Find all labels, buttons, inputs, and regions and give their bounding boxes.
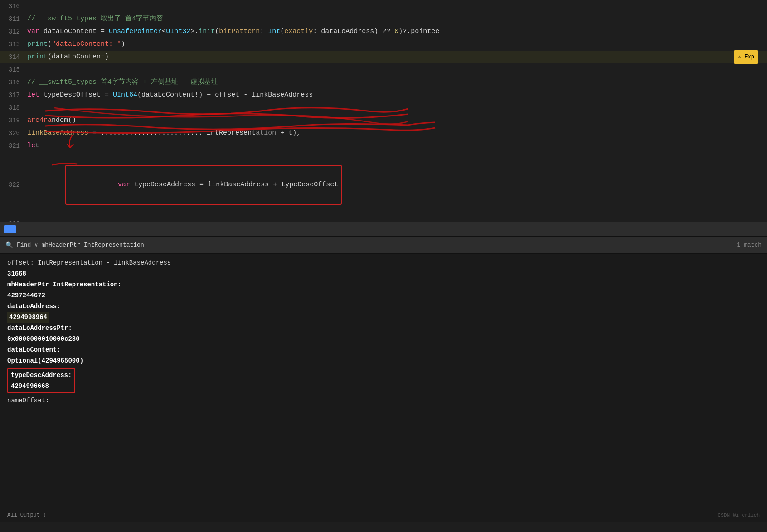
app-container: 310 311 // __swift5_types 取出了 首4字节内容 312…	[0, 0, 767, 532]
find-input[interactable]: mhHeaderPtr_IntRepresentation	[41, 242, 733, 248]
console-line-offset: offset: IntRepresentation - linkBaseAddr…	[7, 257, 760, 268]
console-line-dataloaddress-label: dataLoAddress:	[7, 301, 760, 312]
code-line-317: 317 let typeDescOffset = UInt64(dataLoCo…	[0, 89, 767, 102]
tab-icon[interactable]	[4, 225, 16, 233]
console-line-mhheader-value: 4297244672	[7, 290, 760, 301]
console-line-offset-value: 31668	[7, 268, 760, 279]
find-label: Find	[17, 242, 31, 248]
code-line-311: 311 // __swift5_types 取出了 首4字节内容	[0, 13, 767, 25]
console-line-nameoffset-label: nameOffset:	[7, 395, 760, 406]
code-line-320: 320 linkBaseAddress = ..................…	[0, 127, 767, 140]
console-line-mhheader-label: mhHeaderPtr_IntRepresentation:	[7, 279, 760, 290]
code-line-319: 319 arc4random()	[0, 114, 767, 127]
code-line-315: 315	[0, 63, 767, 76]
console-line-dataloaddressptr-label: dataLoAddressPtr:	[7, 323, 760, 334]
find-dropdown-arrow[interactable]: ∨	[34, 242, 38, 248]
console-line-typedescaddress-label: typeDescAddress:	[11, 370, 72, 381]
console-line-datalocontent-value: Optional(4294965000)	[7, 355, 760, 366]
code-line-314: 314 print(dataLoContent) ⚠ Exp	[0, 51, 767, 63]
code-line-322: 322 var typeDescAddress = linkBaseAddres…	[0, 152, 767, 218]
console-line-dataloaddressptr-value: 0x0000000010000c280	[7, 334, 760, 344]
type-desc-address-box: typeDescAddress: 4294996668	[7, 368, 75, 393]
code-line-310: 310	[0, 0, 767, 13]
console-line-datalocontent-label: dataLoContent:	[7, 344, 760, 355]
bottom-tab-bar	[0, 222, 767, 237]
search-icon: 🔍	[5, 241, 13, 249]
find-match-count: 1 match	[737, 242, 762, 248]
all-output-label[interactable]: All Output ↕	[7, 512, 46, 518]
console-output[interactable]: offset: IntRepresentation - linkBaseAddr…	[0, 254, 767, 410]
find-bar: 🔍 Find ∨ mhHeaderPtr_IntRepresentation 1…	[0, 237, 767, 254]
console-section: offset: IntRepresentation - linkBaseAddr…	[0, 254, 767, 508]
code-line-321: 321 let	[0, 140, 767, 152]
code-line-323: 323 --	[0, 218, 767, 222]
code-line-313: 313 print("dataLoContent: ")	[0, 38, 767, 51]
code-line-316: 316 // __swift5_types 首4字节内容 + 左侧基址 - 虚拟…	[0, 76, 767, 89]
console-line-typedescaddress-value: 4294996668	[11, 381, 72, 392]
bottom-bar: All Output ↕ CSDN @i_erlich	[0, 508, 767, 522]
console-line-dataloaddress-value: 4294998964	[7, 312, 49, 323]
code-line-312: 312 var dataLoContent = UnsafePointer<UI…	[0, 25, 767, 38]
warning-badge: ⚠ Exp	[734, 50, 758, 64]
code-line-318: 318	[0, 102, 767, 114]
watermark: CSDN @i_erlich	[718, 513, 760, 518]
code-editor: 310 311 // __swift5_types 取出了 首4字节内容 312…	[0, 0, 767, 222]
